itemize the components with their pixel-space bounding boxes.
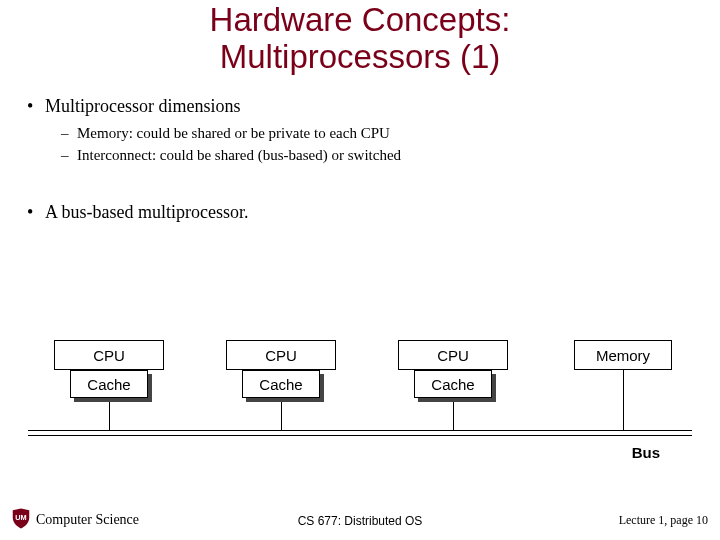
bullet-1-sub-2: Interconnect: could be shared (bus-based… bbox=[65, 145, 687, 167]
bullet-1-text: Multiprocessor dimensions bbox=[45, 96, 241, 116]
footer-course: CS 677: Distributed OS bbox=[0, 514, 720, 528]
diagram-cache-3: Cache bbox=[414, 370, 492, 398]
diagram-connector bbox=[453, 402, 454, 430]
diagram-connector bbox=[109, 402, 110, 430]
slide-footer: UM Computer Science CS 677: Distributed … bbox=[0, 508, 720, 534]
footer-page: Lecture 1, page 10 bbox=[619, 513, 708, 528]
diagram-cpu-2: CPU bbox=[226, 340, 336, 370]
diagram-bus-line bbox=[28, 430, 692, 431]
diagram-cpu-1: CPU bbox=[54, 340, 164, 370]
bullet-2: A bus-based multiprocessor. bbox=[33, 202, 687, 223]
bullet-1: Multiprocessor dimensions Memory: could … bbox=[33, 96, 687, 167]
diagram-connector bbox=[623, 370, 624, 430]
diagram-bus-line bbox=[28, 435, 692, 436]
bullet-1-sub-1: Memory: could be shared or be private to… bbox=[65, 123, 687, 145]
diagram-cache-2: Cache bbox=[242, 370, 320, 398]
diagram-cache-1: Cache bbox=[70, 370, 148, 398]
title-line-2: Multiprocessors (1) bbox=[220, 38, 501, 75]
bus-diagram: CPU Cache CPU Cache CPU Cache Memory Bus bbox=[28, 340, 692, 480]
title-line-1: Hardware Concepts: bbox=[210, 1, 511, 38]
diagram-memory: Memory bbox=[574, 340, 672, 370]
diagram-bus-label: Bus bbox=[632, 444, 660, 461]
diagram-connector bbox=[281, 402, 282, 430]
slide-title: Hardware Concepts: Multiprocessors (1) bbox=[0, 0, 720, 76]
slide-content: Multiprocessor dimensions Memory: could … bbox=[0, 76, 720, 224]
diagram-cpu-3: CPU bbox=[398, 340, 508, 370]
